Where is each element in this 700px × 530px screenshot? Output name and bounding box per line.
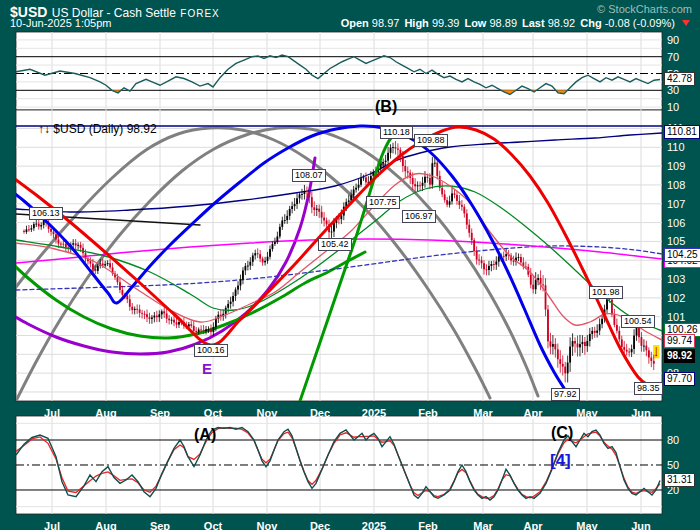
candle [594,331,596,333]
candle [272,244,274,249]
candle [316,209,318,210]
candle [355,188,357,190]
candle [520,257,522,262]
candle [40,225,42,226]
copyright-link[interactable]: © StockCharts.com [597,3,692,15]
candle [107,263,109,264]
candle [245,266,247,271]
candle [301,194,303,195]
candle [72,243,74,244]
candle [92,264,94,269]
price-callout: 100.54 [621,315,655,328]
candle [117,277,119,282]
candle [134,309,136,310]
candle [395,147,397,149]
candle [579,344,581,347]
month-label: Mar [473,407,493,419]
candle [402,156,404,166]
month-label: Dec [310,520,330,530]
candle [299,194,301,198]
candle [650,357,652,360]
price-callout: 97.92 [551,388,580,401]
month-label: Sep [150,407,170,419]
candle [215,319,217,327]
candle [65,244,67,248]
axis-tick-price: 101 [667,311,685,323]
candle [621,339,623,347]
month-label: Feb [418,520,438,530]
candle [360,178,362,184]
axis-tick-rsi: 90 [667,34,679,46]
candle [382,162,384,163]
candle [422,183,424,186]
month-label: Jun [631,520,651,530]
axis-tick-stoch: 50 [667,459,679,471]
candle [552,344,554,347]
candle [461,205,463,207]
candle [641,337,643,346]
candle [259,254,261,258]
candle [449,201,451,204]
candle [141,313,143,314]
candle [254,253,256,255]
candle [262,259,264,263]
wave-annotation: (B) [375,98,397,116]
candle [33,224,35,228]
low-value: 98.89 [489,17,517,29]
candle [35,224,37,225]
axis-tick-rsi: 30 [667,84,679,96]
candle [414,184,416,186]
candle [459,201,461,205]
candle [53,232,55,234]
candle [559,359,561,364]
candle [122,290,124,295]
candle [279,227,281,237]
candle [486,269,488,270]
change-down-arrow-icon[interactable] [682,20,690,26]
candle [176,322,178,324]
candle [631,349,633,352]
candle [153,316,155,318]
candle [491,264,493,266]
month-label: May [576,407,597,419]
candle [131,307,133,310]
axis-tick-price: 105 [667,235,685,247]
candle [119,282,121,290]
candle [267,257,269,261]
candle [446,200,448,205]
stockcharts-chart-window: $USD US Dollar - Cash Settle FOREX © Sto… [0,0,700,530]
candle [161,311,163,314]
candle [429,178,431,185]
candle [586,341,588,346]
candle [230,302,232,304]
price-callout: 106.97 [402,210,436,223]
month-label: Sep [150,520,170,530]
candle [471,233,473,240]
candle [574,341,576,343]
candle [109,263,111,267]
candle [643,346,645,347]
candle [195,331,197,332]
candle [601,319,603,324]
ohlc-readout: Open 98.97 High 99.39 Low 98.89 Last 98.… [341,17,690,29]
candle [23,231,25,232]
price-callout: 101.98 [589,286,623,299]
candle [146,314,148,317]
candle [599,324,601,330]
month-label: 2025 [362,520,386,530]
candle [451,193,453,201]
candle [463,207,465,214]
candle [436,163,438,176]
candle [424,177,426,183]
price-callout: 110.18 [380,126,413,139]
price-callout: 98.35 [634,382,663,395]
candle [385,161,387,162]
candle [149,317,151,319]
candle [444,194,446,200]
candle [26,229,28,232]
candle [572,341,574,347]
candle [60,244,62,245]
candle [281,221,283,227]
candle [348,201,350,202]
axis-tick-price: 106 [667,217,685,229]
